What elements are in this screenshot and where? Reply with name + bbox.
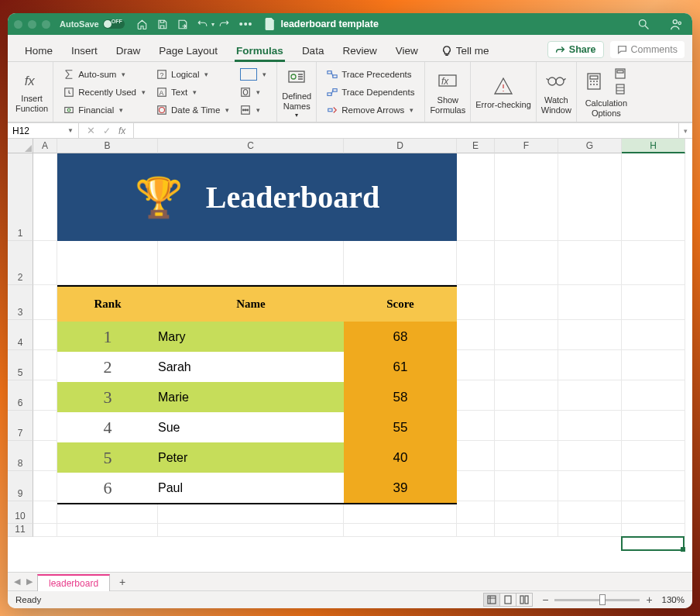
cell-score[interactable]: 61 — [344, 352, 457, 382]
row-headers[interactable]: 1234567891011 — [8, 153, 33, 572]
autosum-button[interactable]: Auto-sum▾ — [61, 66, 148, 82]
select-all-corner[interactable] — [8, 139, 33, 153]
cell-name[interactable]: Marie — [158, 391, 344, 404]
view-page-layout-button[interactable] — [499, 593, 516, 607]
fx-button-icon[interactable]: fx — [118, 126, 125, 136]
sheet-nav-next-icon[interactable]: ▶ — [23, 576, 36, 587]
save-icon[interactable] — [156, 17, 170, 31]
cell-score[interactable]: 58 — [344, 382, 457, 412]
more-functions-button[interactable]: ▾ — [238, 102, 269, 118]
tab-data[interactable]: Data — [293, 39, 334, 61]
row-header-8[interactable]: 8 — [8, 441, 33, 471]
sheet-tab[interactable]: leaderboard — [37, 574, 110, 591]
cell-score[interactable]: 55 — [344, 412, 457, 442]
cell-rank[interactable]: 2 — [57, 357, 158, 377]
col-header-A[interactable]: A — [33, 139, 57, 153]
date-time-button[interactable]: Date & Time▾ — [154, 102, 232, 118]
formula-input[interactable] — [134, 123, 678, 138]
row-header-9[interactable]: 9 — [8, 471, 33, 501]
expand-formula-icon[interactable]: ▾ — [678, 123, 692, 138]
calc-now-icon[interactable] — [614, 67, 626, 80]
zoom-thumb[interactable] — [599, 594, 606, 605]
add-sheet-button[interactable]: + — [115, 574, 130, 590]
tab-page-layout[interactable]: Page Layout — [149, 39, 227, 61]
lookup-button[interactable]: ▾ — [238, 66, 269, 82]
insert-function-button[interactable]: fx Insert Function — [11, 62, 53, 122]
col-header-F[interactable]: F — [495, 139, 558, 153]
search-icon[interactable] — [637, 17, 650, 31]
tell-me[interactable]: Tell me — [432, 39, 499, 61]
account-icon[interactable] — [669, 17, 683, 31]
show-formulas-button[interactable]: fx Show Formulas — [424, 62, 471, 122]
row-header-3[interactable]: 3 — [8, 285, 33, 320]
share-button[interactable]: Share — [547, 41, 604, 58]
zoom-in-button[interactable]: + — [644, 594, 654, 606]
row-header-6[interactable]: 6 — [8, 380, 33, 411]
namebox-dropdown-icon[interactable]: ▼ — [67, 127, 74, 134]
cell-rank[interactable]: 5 — [57, 448, 158, 468]
cell-name[interactable]: Sarah — [158, 360, 344, 374]
row-header-10[interactable]: 10 — [8, 501, 33, 524]
row-header-11[interactable]: 11 — [8, 524, 33, 537]
home-icon[interactable] — [136, 17, 149, 31]
watch-window-button[interactable]: Watch Window — [537, 62, 577, 122]
enter-icon[interactable]: ✓ — [103, 126, 111, 136]
cell-score[interactable]: 68 — [344, 322, 457, 352]
logical-button[interactable]: ?Logical▾ — [154, 66, 232, 82]
calculation-options-button[interactable]: Calculation Options — [577, 62, 636, 122]
trace-dependents-button[interactable]: Trace Dependents — [324, 84, 417, 100]
tab-draw[interactable]: Draw — [107, 39, 150, 61]
save-as-icon[interactable] — [176, 17, 190, 31]
col-header-G[interactable]: G — [558, 139, 622, 153]
calc-sheet-icon[interactable] — [614, 83, 626, 95]
tab-review[interactable]: Review — [333, 39, 386, 61]
column-headers[interactable]: ABCDEFGH — [33, 139, 692, 153]
spreadsheet-grid[interactable]: ABCDEFGH 1234567891011 🏆 Leaderboard Ran… — [8, 139, 692, 572]
row-header-4[interactable]: 4 — [8, 320, 33, 350]
redo-icon[interactable] — [218, 17, 232, 31]
cells-area[interactable]: 🏆 Leaderboard Rank Name Score 1Mary682Sa… — [33, 153, 692, 572]
zoom-slider[interactable]: − + — [540, 594, 654, 606]
cell-score[interactable]: 40 — [344, 442, 457, 473]
cell-score[interactable]: 39 — [344, 473, 457, 503]
cell-rank[interactable]: 6 — [57, 478, 158, 498]
name-box[interactable]: H12 ▼ — [8, 123, 79, 138]
col-header-C[interactable]: C — [158, 139, 344, 153]
more-icon[interactable]: ••• — [239, 18, 253, 30]
tab-insert[interactable]: Insert — [62, 39, 107, 61]
autosave-toggle[interactable]: AutoSave OFF — [60, 19, 125, 29]
document-title[interactable]: leaderboard template — [265, 18, 378, 30]
undo-icon[interactable] — [196, 17, 210, 31]
col-header-E[interactable]: E — [457, 139, 495, 153]
tab-home[interactable]: Home — [15, 39, 62, 61]
tab-view[interactable]: View — [386, 39, 427, 61]
zoom-out-button[interactable]: − — [540, 594, 550, 606]
view-page-break-button[interactable] — [516, 593, 533, 607]
trace-precedents-button[interactable]: Trace Precedents — [324, 66, 417, 82]
cell-name[interactable]: Sue — [158, 421, 344, 435]
financial-button[interactable]: Financial▾ — [61, 102, 148, 118]
math-button[interactable]: ▾ — [238, 84, 269, 100]
remove-arrows-button[interactable]: Remove Arrows▾ — [324, 102, 417, 118]
tab-formulas[interactable]: Formulas — [227, 39, 293, 61]
row-header-5[interactable]: 5 — [8, 350, 33, 380]
col-header-H[interactable]: H — [622, 139, 685, 153]
window-controls[interactable] — [14, 20, 50, 29]
cancel-icon[interactable]: ✕ — [87, 125, 95, 136]
recently-used-button[interactable]: Recently Used▾ — [61, 84, 148, 100]
sheet-nav-prev-icon[interactable]: ◀ — [11, 576, 23, 587]
cell-name[interactable]: Mary — [158, 330, 344, 344]
error-checking-button[interactable]: Error-checking — [471, 62, 537, 122]
zoom-track[interactable] — [554, 599, 640, 601]
cell-name[interactable]: Peter — [158, 451, 344, 465]
cell-rank[interactable]: 4 — [57, 418, 158, 438]
view-normal-button[interactable] — [483, 593, 500, 607]
row-header-7[interactable]: 7 — [8, 411, 33, 441]
row-header-1[interactable]: 1 — [8, 153, 33, 241]
cell-name[interactable]: Paul — [158, 481, 344, 495]
col-header-B[interactable]: B — [57, 139, 158, 153]
comments-button[interactable]: Comments — [610, 41, 685, 58]
col-header-D[interactable]: D — [344, 139, 457, 153]
row-header-2[interactable]: 2 — [8, 241, 33, 285]
defined-names-button[interactable]: Defined Names ▾ — [276, 62, 317, 122]
